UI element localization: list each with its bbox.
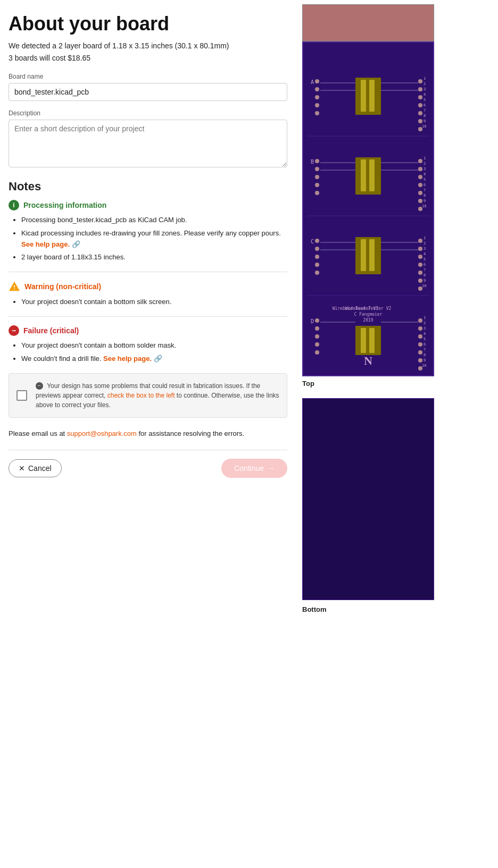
left-panel: About your board We detected a 2 layer b… xyxy=(0,0,298,868)
svg-text:2: 2 xyxy=(424,321,426,325)
warning-box-icon: − xyxy=(36,382,43,390)
svg-text:7: 7 xyxy=(424,268,426,272)
failure-icon: − xyxy=(9,325,19,336)
continue-arrow-icon: → xyxy=(267,464,275,473)
design-warning-text: Your design has some problems that could… xyxy=(36,382,279,409)
svg-text:A: A xyxy=(311,79,314,85)
svg-point-34 xyxy=(315,159,319,163)
svg-point-21 xyxy=(418,103,422,107)
warning-item-1: Your project doesn't contain a bottom si… xyxy=(21,297,287,308)
svg-text:6: 6 xyxy=(424,342,426,347)
svg-text:10: 10 xyxy=(422,364,426,368)
email-link[interactable]: support@oshpark.com xyxy=(67,429,139,437)
info-item-3: 2 layer board of 1.18x3.15 inches. xyxy=(21,252,287,263)
svg-point-117 xyxy=(418,366,422,370)
svg-rect-57 xyxy=(361,159,366,191)
svg-text:4: 4 xyxy=(424,92,426,97)
svg-text:4: 4 xyxy=(424,172,426,176)
svg-rect-124 xyxy=(369,328,375,353)
svg-point-85 xyxy=(418,279,422,283)
divider-3 xyxy=(9,450,287,450)
notes-heading: Notes xyxy=(9,180,287,193)
svg-point-116 xyxy=(418,358,422,363)
svg-point-50 xyxy=(418,167,422,171)
divider-1 xyxy=(9,272,287,272)
svg-text:5: 5 xyxy=(424,257,426,262)
info-item-2: Kicad processing includes re-drawing you… xyxy=(21,228,287,250)
svg-point-67 xyxy=(315,255,319,259)
failure-list: Your project doesn't contain a bottom so… xyxy=(9,340,287,365)
svg-text:Wirebond Tester V2: Wirebond Tester V2 xyxy=(345,306,392,311)
svg-text:B: B xyxy=(311,159,314,165)
svg-point-115 xyxy=(418,350,422,355)
svg-text:5: 5 xyxy=(424,337,426,341)
svg-text:7: 7 xyxy=(424,108,426,113)
help-link-2[interactable]: See help page. 🔗 xyxy=(103,355,162,363)
svg-text:7: 7 xyxy=(424,348,426,352)
svg-text:1: 1 xyxy=(424,316,426,320)
svg-point-52 xyxy=(418,183,422,187)
warning-list: Your project doesn't contain a bottom si… xyxy=(9,297,287,308)
svg-text:8: 8 xyxy=(424,114,426,118)
design-warning-box: − Your design has some problems that cou… xyxy=(9,373,287,418)
svg-text:2: 2 xyxy=(424,162,426,166)
info-item-1: Processing bond_tester.kicad_pcb as KiCa… xyxy=(21,215,287,226)
svg-text:6: 6 xyxy=(424,103,426,107)
cancel-icon: ✕ xyxy=(19,464,25,473)
svg-text:9: 9 xyxy=(424,279,426,283)
acknowledge-checkbox[interactable] xyxy=(16,390,27,401)
svg-text:6: 6 xyxy=(424,263,426,267)
svg-rect-87 xyxy=(355,237,381,274)
svg-point-80 xyxy=(418,239,422,243)
svg-rect-58 xyxy=(369,159,375,191)
processing-info-title: i Processing information xyxy=(9,200,287,210)
svg-rect-26 xyxy=(361,80,366,112)
pcb-top-svg: A 1 2 3 4 5 6 7 8 9 10 xyxy=(302,41,434,376)
svg-point-37 xyxy=(315,183,319,187)
pcb-bottom-label: Bottom xyxy=(302,605,327,613)
svg-point-49 xyxy=(418,159,422,163)
svg-text:5: 5 xyxy=(424,98,426,102)
svg-text:1: 1 xyxy=(424,156,426,161)
svg-point-22 xyxy=(418,111,422,115)
button-row: ✕ Cancel Continue → xyxy=(9,459,287,478)
help-link-1[interactable]: See help page. 🔗 xyxy=(21,240,80,248)
svg-text:2: 2 xyxy=(424,241,426,246)
svg-rect-27 xyxy=(369,80,375,112)
svg-text:D: D xyxy=(311,318,314,324)
continue-button[interactable]: Continue → xyxy=(221,459,287,478)
svg-point-6 xyxy=(315,103,319,107)
svg-point-36 xyxy=(315,175,319,179)
processing-info-list: Processing bond_tester.kicad_pcb as KiCa… xyxy=(9,215,287,263)
svg-text:2: 2 xyxy=(424,82,426,86)
failure-block: − Failure (critical) Your project doesn'… xyxy=(9,325,287,365)
svg-point-55 xyxy=(418,207,422,211)
cancel-button[interactable]: ✕ Cancel xyxy=(9,459,62,477)
svg-point-35 xyxy=(315,167,319,171)
svg-point-65 xyxy=(315,239,319,243)
failure-item-2: We couldn't find a drill file. See help … xyxy=(21,353,287,365)
svg-point-112 xyxy=(418,326,422,331)
svg-point-99 xyxy=(315,342,319,347)
svg-rect-122 xyxy=(355,326,381,355)
svg-point-7 xyxy=(315,111,319,115)
description-label: Description xyxy=(9,109,287,117)
svg-point-81 xyxy=(418,247,422,251)
svg-text:3: 3 xyxy=(424,167,426,171)
svg-point-98 xyxy=(315,334,319,339)
description-textarea[interactable] xyxy=(9,120,287,167)
pcb-bottom-preview xyxy=(302,398,434,600)
pcb-copper-bar xyxy=(302,4,434,41)
failure-item-1: Your project doesn't contain a bottom so… xyxy=(21,340,287,351)
svg-point-66 xyxy=(315,247,319,251)
svg-point-82 xyxy=(418,255,422,259)
svg-point-5 xyxy=(315,95,319,99)
svg-text:4: 4 xyxy=(424,332,426,336)
svg-text:2019: 2019 xyxy=(363,318,373,323)
svg-point-84 xyxy=(418,271,422,275)
svg-text:10: 10 xyxy=(422,204,426,208)
board-name-input[interactable] xyxy=(9,83,287,101)
info-icon: i xyxy=(9,200,19,210)
processing-info-block: i Processing information Processing bond… xyxy=(9,200,287,263)
svg-point-69 xyxy=(315,271,319,275)
